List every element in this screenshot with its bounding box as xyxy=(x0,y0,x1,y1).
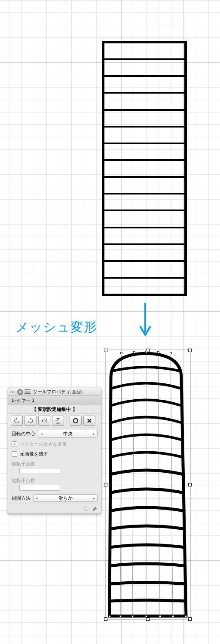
horizontal-grid-row: 横格子点数 xyxy=(8,459,101,476)
svg-line-2 xyxy=(120,354,122,616)
mesh-point[interactable] xyxy=(133,351,135,353)
menu-icon[interactable] xyxy=(24,389,31,394)
panel-footer xyxy=(8,504,101,513)
mesh-point[interactable] xyxy=(119,615,122,617)
wrench-icon[interactable] xyxy=(92,505,98,512)
svg-line-6 xyxy=(171,354,173,616)
mesh-handle[interactable] xyxy=(104,483,107,486)
mesh-handle[interactable] xyxy=(104,617,107,621)
mesh-point[interactable] xyxy=(172,615,174,617)
panel-title: ツールプロパティ[直線] xyxy=(33,389,82,395)
keep-original-label: 元画像を残す xyxy=(20,451,48,457)
keep-original-row: 元画像を残す xyxy=(8,449,101,459)
panel-title-bar[interactable]: ✕ ツールプロパティ[直線] xyxy=(8,388,101,396)
vector-thickness-checkbox[interactable]: ✓ xyxy=(12,441,17,447)
mesh-point[interactable] xyxy=(170,352,172,354)
interpolation-select[interactable]: 滑らか xyxy=(33,494,98,502)
flip-vertical-icon[interactable] xyxy=(52,416,64,426)
vertical-grid-row: 縦格子点数 xyxy=(8,476,101,492)
horizontal-grid-input[interactable] xyxy=(19,468,60,474)
ladder-shape-original xyxy=(102,41,187,296)
layer-tab-label: レイヤー 1 xyxy=(12,398,34,403)
rotate-cw-icon[interactable] xyxy=(24,416,37,426)
deformed-shape[interactable] xyxy=(103,348,191,623)
mesh-point[interactable] xyxy=(157,351,159,353)
mesh-handle[interactable] xyxy=(188,483,192,486)
rotation-center-select[interactable]: 中央 xyxy=(38,430,98,437)
separator xyxy=(67,416,67,426)
svg-rect-7 xyxy=(105,350,190,620)
rotate-ccw-icon[interactable] xyxy=(11,416,23,426)
mesh-handle[interactable] xyxy=(146,617,150,621)
vertical-grid-label: 縦格子点数 xyxy=(12,477,35,484)
mesh-point[interactable] xyxy=(159,615,161,617)
svg-line-3 xyxy=(132,352,134,616)
reset-icon[interactable] xyxy=(83,505,90,512)
mesh-handle[interactable] xyxy=(188,349,192,352)
interpolation-label: 補間方法 xyxy=(12,495,31,501)
svg-line-5 xyxy=(158,352,160,616)
transform-editing-label: 【 変形設定編集中 】 xyxy=(8,405,101,414)
layer-tab[interactable]: レイヤー 1 xyxy=(8,396,101,405)
arrow-down-icon xyxy=(137,303,154,340)
vector-thickness-label: ベクターの太さを変更 xyxy=(20,441,67,447)
mesh-point[interactable] xyxy=(109,615,111,617)
annotation-label: メッシュ変形 xyxy=(15,319,97,336)
mesh-point[interactable] xyxy=(145,615,147,617)
mesh-point[interactable] xyxy=(120,352,122,354)
tool-icon-row xyxy=(8,414,101,428)
confirm-icon[interactable] xyxy=(70,416,82,426)
vertical-grid-input[interactable] xyxy=(19,485,60,491)
mesh-point[interactable] xyxy=(145,351,147,353)
keep-original-checkbox[interactable] xyxy=(12,451,17,457)
mesh-handle[interactable] xyxy=(104,349,107,352)
cancel-icon[interactable] xyxy=(83,416,95,426)
mesh-handle[interactable] xyxy=(188,617,192,621)
svg-point-1 xyxy=(73,419,78,423)
interpolation-row: 補間方法 滑らか xyxy=(8,492,101,504)
horizontal-grid-label: 横格子点数 xyxy=(12,461,35,467)
rotation-center-label: 回転の中心 xyxy=(12,431,35,437)
vector-thickness-row: ✓ ベクターの太さを変更 xyxy=(8,439,101,449)
mesh-point[interactable] xyxy=(185,615,187,617)
collapse-icon[interactable] xyxy=(10,389,16,395)
mesh-point[interactable] xyxy=(131,615,134,617)
rotation-center-row: 回転の中心 中央 xyxy=(8,428,101,439)
flip-horizontal-icon[interactable] xyxy=(38,416,50,426)
close-icon[interactable]: ✕ xyxy=(17,389,23,395)
tool-property-panel: ✕ ツールプロパティ[直線] レイヤー 1 【 変形設定編集中 】 回転の中心 xyxy=(8,388,101,514)
